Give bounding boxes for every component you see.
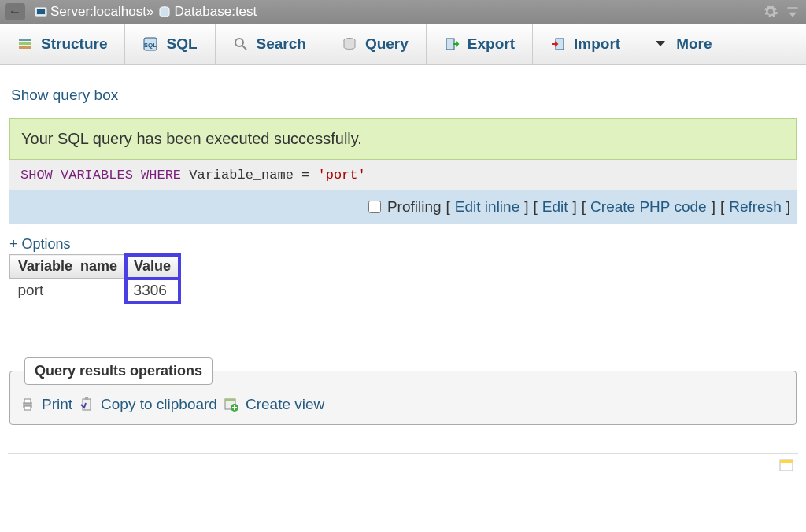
edit-inline-link[interactable]: Edit inline: [455, 198, 519, 216]
breadcrumb-server-link[interactable]: localhost: [94, 4, 146, 20]
tabs: Structure SQL SQL Search Query Export Im…: [0, 24, 806, 65]
col-variable-name[interactable]: Variable_name: [10, 255, 126, 279]
sql-string: 'port': [318, 168, 366, 183]
success-message: Your SQL query has been executed success…: [9, 118, 797, 160]
cell-value: 3306: [126, 279, 179, 303]
sql-icon: SQL: [142, 36, 158, 52]
tab-label: Export: [468, 35, 515, 53]
export-icon: [444, 36, 460, 52]
svg-rect-1: [37, 9, 45, 14]
create-view-icon: [224, 397, 239, 412]
svg-rect-22: [780, 460, 793, 463]
tab-search[interactable]: Search: [216, 24, 324, 64]
svg-rect-17: [85, 397, 88, 400]
svg-rect-19: [225, 399, 235, 401]
query-actions: Profiling [Edit inline] [ Edit ] [ Creat…: [9, 190, 797, 224]
svg-line-9: [242, 46, 246, 50]
profiling-checkbox[interactable]: [368, 201, 381, 213]
tab-label: Structure: [41, 35, 107, 53]
copy-clipboard-link[interactable]: Copy to clipboard: [101, 396, 217, 413]
breadcrumb-db-label: Database:: [174, 4, 235, 20]
search-icon: [233, 36, 249, 52]
tab-more[interactable]: More: [638, 24, 729, 64]
tab-label: Query: [365, 35, 409, 53]
back-button[interactable]: ←: [5, 3, 25, 20]
svg-point-8: [235, 39, 243, 46]
svg-text:SQL: SQL: [144, 42, 157, 49]
database-icon: [158, 6, 171, 18]
sql-keyword: SHOW: [20, 168, 53, 183]
tab-sql[interactable]: SQL SQL: [125, 24, 215, 64]
edit-link[interactable]: Edit: [542, 198, 568, 216]
options-link[interactable]: + Options: [9, 236, 798, 253]
create-php-link[interactable]: Create PHP code: [590, 198, 707, 216]
structure-icon: [17, 36, 33, 52]
tab-label: More: [676, 35, 712, 53]
print-link[interactable]: Print: [42, 396, 72, 413]
sql-keyword: VARIABLES: [61, 168, 133, 183]
show-query-box-link[interactable]: Show query box: [11, 87, 795, 104]
server-icon: [35, 6, 47, 18]
back-arrow-icon: ←: [9, 4, 22, 20]
gear-icon[interactable]: [762, 3, 779, 20]
breadcrumb-sep: »: [146, 4, 153, 20]
sql-ident: Variable_name: [189, 168, 294, 183]
table-header-row: Variable_name Value: [10, 255, 179, 279]
window-icon[interactable]: [779, 459, 793, 471]
svg-rect-14: [24, 399, 31, 403]
svg-rect-15: [24, 406, 31, 410]
breadcrumb: ← Server: localhost » Database: test: [0, 0, 806, 24]
svg-rect-4: [19, 42, 31, 45]
separator: [8, 453, 798, 454]
table-row: port 3306: [10, 279, 179, 303]
sql-keyword: WHERE: [141, 168, 181, 183]
tab-import[interactable]: Import: [533, 24, 638, 64]
import-icon: [550, 36, 566, 52]
svg-rect-5: [19, 46, 31, 49]
svg-rect-3: [19, 39, 31, 41]
print-icon: [20, 397, 35, 412]
tab-structure[interactable]: Structure: [0, 24, 125, 64]
query-results-operations: Query results operations Print Copy to c…: [9, 357, 797, 425]
tab-export[interactable]: Export: [427, 24, 533, 64]
breadcrumb-db-link[interactable]: test: [235, 4, 257, 20]
create-view-link[interactable]: Create view: [246, 396, 324, 413]
col-value[interactable]: Value: [126, 255, 179, 279]
breadcrumb-server-label: Server:: [50, 4, 94, 20]
chevron-down-icon: [656, 41, 665, 46]
tab-label: Search: [257, 35, 306, 53]
tab-label: SQL: [166, 35, 197, 53]
tab-label: Import: [574, 35, 620, 53]
sql-query-display: SHOW VARIABLES WHERE Variable_name = 'po…: [9, 160, 797, 190]
cell-variable-name: port: [10, 279, 126, 303]
collapse-icon[interactable]: [784, 3, 801, 20]
profiling-label: Profiling: [387, 198, 442, 216]
ops-legend: Query results operations: [24, 357, 213, 385]
result-table: Variable_name Value port 3306: [9, 254, 179, 302]
refresh-link[interactable]: Refresh: [729, 198, 782, 216]
query-icon: [342, 36, 357, 52]
tab-query[interactable]: Query: [324, 24, 427, 64]
clipboard-icon: [79, 397, 94, 412]
